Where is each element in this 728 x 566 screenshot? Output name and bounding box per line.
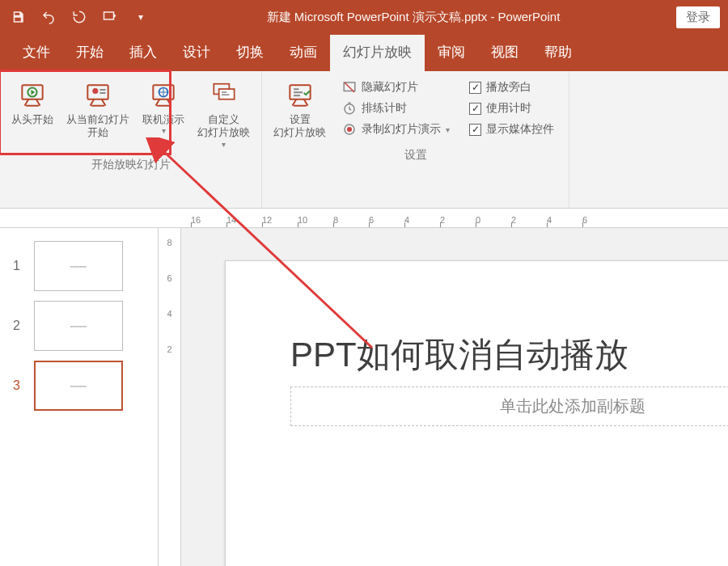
qat-customize-icon[interactable]: ▾ bbox=[131, 7, 150, 27]
login-button[interactable]: 登录 bbox=[676, 6, 720, 28]
rehearse-timings-label: 排练计时 bbox=[362, 101, 407, 116]
tab-view[interactable]: 视图 bbox=[478, 35, 531, 71]
record-slideshow-icon bbox=[342, 122, 357, 137]
from-current-slide-button[interactable]: 从当前幻灯片 开始 bbox=[61, 76, 134, 153]
redo-icon[interactable] bbox=[70, 7, 89, 27]
thumbnail-3[interactable]: 3 ━━━━━ bbox=[0, 356, 158, 416]
from-current-slide-icon bbox=[82, 79, 114, 112]
thumbnail-preview: ━━━━━ bbox=[34, 361, 123, 411]
from-current-slide-label: 从当前幻灯片 开始 bbox=[66, 113, 129, 140]
slide-title-placeholder[interactable]: PPT如何取消自动播放 bbox=[290, 332, 728, 378]
thumbnail-2[interactable]: 2 ━━━━━ bbox=[0, 296, 158, 356]
show-media-controls-checkbox[interactable]: ✓ 显示媒体控件 bbox=[466, 120, 557, 139]
hide-slide-label: 隐藏幻灯片 bbox=[362, 80, 418, 95]
show-media-controls-label: 显示媒体控件 bbox=[486, 122, 554, 137]
svg-rect-11 bbox=[221, 91, 226, 93]
ribbon: 从头开始 从当前幻灯片 开始 联机演示▾ 自定义 幻灯片放映▾ bbox=[0, 71, 728, 209]
ribbon-group-setup: 设置 幻灯片放映 隐藏幻灯片 排练计时 录制幻灯片演示 ▾ bbox=[262, 71, 569, 208]
tab-animations[interactable]: 动画 bbox=[277, 35, 330, 71]
svg-point-20 bbox=[347, 127, 352, 132]
checkbox-checked-icon: ✓ bbox=[469, 103, 481, 115]
from-beginning-icon bbox=[16, 79, 49, 112]
title-bar: ▾ 新建 Microsoft PowerPoint 演示文稿.pptx - Po… bbox=[0, 0, 728, 34]
custom-slideshow-label: 自定义 幻灯片放映▾ bbox=[197, 113, 250, 150]
custom-slideshow-icon bbox=[208, 79, 240, 112]
record-slideshow-button[interactable]: 录制幻灯片演示 ▾ bbox=[339, 120, 453, 139]
ribbon-tabs: 文件 开始 插入 设计 切换 动画 幻灯片放映 审阅 视图 帮助 bbox=[0, 34, 728, 71]
play-narrations-label: 播放旁白 bbox=[486, 80, 531, 95]
tab-help[interactable]: 帮助 bbox=[531, 35, 585, 71]
thumbnail-number: 3 bbox=[13, 378, 24, 393]
thumbnail-1[interactable]: 1 ━━━━━ bbox=[0, 236, 158, 296]
save-icon[interactable] bbox=[8, 7, 28, 27]
slide-thumbnails-panel: 1 ━━━━━ 2 ━━━━━ 3 ━━━━━ bbox=[0, 228, 159, 566]
use-timings-checkbox[interactable]: ✓ 使用计时 bbox=[466, 99, 557, 118]
thumbnail-preview: ━━━━━ bbox=[34, 301, 123, 351]
hide-slide-icon bbox=[342, 80, 357, 95]
record-slideshow-label: 录制幻灯片演示 bbox=[362, 122, 441, 137]
group-setup-label: 设置 bbox=[404, 148, 427, 166]
workspace: 1 ━━━━━ 2 ━━━━━ 3 ━━━━━ 8642 PPT如何取消自动播放… bbox=[0, 228, 728, 566]
thumbnail-number: 1 bbox=[13, 259, 24, 273]
svg-rect-0 bbox=[104, 12, 114, 19]
slideshow-shortcut-icon[interactable] bbox=[100, 7, 120, 27]
setup-slideshow-button[interactable]: 设置 幻灯片放映 bbox=[269, 76, 331, 143]
hide-slide-button[interactable]: 隐藏幻灯片 bbox=[339, 78, 453, 97]
window-title: 新建 Microsoft PowerPoint 演示文稿.pptx - Powe… bbox=[150, 10, 676, 25]
tab-file[interactable]: 文件 bbox=[10, 35, 63, 71]
tab-transitions[interactable]: 切换 bbox=[223, 35, 277, 71]
rehearse-timings-button[interactable]: 排练计时 bbox=[339, 99, 453, 118]
svg-rect-5 bbox=[99, 89, 105, 91]
from-beginning-button[interactable]: 从头开始 bbox=[6, 76, 58, 153]
play-narrations-checkbox[interactable]: ✓ 播放旁白 bbox=[466, 78, 557, 97]
undo-icon[interactable] bbox=[39, 7, 58, 27]
tab-design[interactable]: 设计 bbox=[170, 35, 223, 71]
tab-review[interactable]: 审阅 bbox=[425, 35, 478, 71]
svg-rect-15 bbox=[294, 91, 303, 93]
ribbon-group-start-slideshow: 从头开始 从当前幻灯片 开始 联机演示▾ 自定义 幻灯片放映▾ bbox=[0, 71, 262, 208]
slide-canvas[interactable]: PPT如何取消自动播放 单击此处添加副标题 bbox=[225, 260, 728, 566]
use-timings-label: 使用计时 bbox=[486, 101, 531, 116]
checkbox-checked-icon: ✓ bbox=[469, 82, 481, 94]
rehearse-timings-icon bbox=[342, 101, 357, 116]
custom-slideshow-button[interactable]: 自定义 幻灯片放映▾ bbox=[193, 76, 255, 153]
horizontal-ruler: 1614121086420246 bbox=[0, 209, 728, 228]
slide-subtitle-placeholder[interactable]: 单击此处添加副标题 bbox=[290, 386, 728, 426]
tab-home[interactable]: 开始 bbox=[63, 35, 116, 71]
svg-rect-12 bbox=[221, 94, 229, 95]
thumbnail-number: 2 bbox=[13, 319, 24, 333]
present-online-label: 联机演示▾ bbox=[142, 113, 184, 137]
thumbnail-preview: ━━━━━ bbox=[34, 241, 123, 291]
slide-editor[interactable]: PPT如何取消自动播放 单击此处添加副标题 bbox=[181, 228, 728, 566]
setup-slideshow-icon bbox=[284, 79, 316, 112]
svg-point-4 bbox=[92, 88, 98, 94]
vertical-ruler: 8642 bbox=[159, 228, 181, 566]
quick-access-toolbar: ▾ bbox=[8, 7, 150, 27]
present-online-icon bbox=[147, 79, 180, 112]
tab-insert[interactable]: 插入 bbox=[116, 35, 170, 71]
svg-rect-16 bbox=[294, 95, 300, 96]
setup-slideshow-label: 设置 幻灯片放映 bbox=[273, 113, 326, 140]
present-online-button[interactable]: 联机演示▾ bbox=[138, 76, 189, 153]
checkbox-checked-icon: ✓ bbox=[469, 124, 481, 136]
from-beginning-label: 从头开始 bbox=[11, 113, 53, 126]
group-start-label: 开始放映幻灯片 bbox=[91, 158, 171, 175]
svg-rect-14 bbox=[294, 88, 298, 90]
tab-slideshow[interactable]: 幻灯片放映 bbox=[330, 35, 425, 71]
svg-rect-6 bbox=[99, 92, 105, 94]
